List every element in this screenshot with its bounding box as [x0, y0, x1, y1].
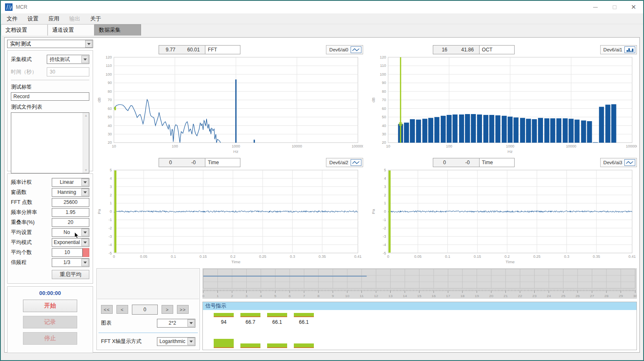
average-setting-select[interactable]: No [52, 228, 89, 237]
chart-type-box[interactable]: FFT [205, 45, 240, 54]
svg-text:18: 18 [460, 294, 465, 298]
svg-text:1000: 1000 [506, 144, 514, 148]
app-window: MCR ✕ 文件 设置 应用 输出 关于 文档设置 通道设置 数据采集 实时测试 [0, 0, 644, 361]
tab-document-settings[interactable]: 文档设置 [1, 24, 48, 36]
test-label-input[interactable]: Record [11, 92, 89, 101]
test-file-listbox[interactable]: ▲ ▼ [11, 112, 89, 173]
octave-select[interactable]: 1/3 [52, 258, 89, 267]
time-seconds-label: 时间（秒） [11, 69, 47, 76]
svg-text:9: 9 [332, 294, 334, 298]
tab-channel-settings[interactable]: 通道设置 [48, 24, 94, 36]
line-chart-icon [351, 46, 361, 53]
svg-text:4: 4 [260, 294, 262, 298]
svg-text:Time: Time [505, 260, 515, 264]
tab-data-acquisition[interactable]: 数据采集 [94, 24, 141, 36]
signal-meter: 66.7 [240, 313, 260, 348]
chevron-down-icon [81, 239, 88, 246]
average-count-input[interactable]: 10 [52, 248, 83, 257]
signal-level-bar [294, 313, 314, 317]
record-timeline[interactable]: 0123456789101112131415161718192021222324… [202, 268, 637, 299]
svg-text:0.41: 0.41 [354, 255, 361, 259]
octave-plot[interactable]: 2030405060708090100110120101001000100001… [371, 55, 637, 154]
window-function-select[interactable]: Hanning [52, 188, 89, 197]
sidebar: 实时测试 采集模式 持续测试 时间（秒） 30 [7, 40, 93, 350]
average-mode-select[interactable]: Exponential [52, 238, 89, 247]
menu-settings[interactable]: 设置 [28, 15, 38, 23]
svg-text:0: 0 [387, 255, 389, 259]
fft-plot[interactable]: 2030405060708090100110120101001000100001… [96, 55, 363, 154]
svg-text:6: 6 [288, 294, 290, 298]
svg-text:5: 5 [384, 168, 386, 172]
svg-text:24: 24 [547, 294, 551, 298]
fft-xaxis-select[interactable]: Logarithmic [157, 337, 195, 346]
svg-text:3: 3 [384, 185, 386, 189]
scrollbar[interactable]: ▲ ▼ [83, 113, 89, 173]
svg-text:70: 70 [108, 98, 112, 102]
signal-value: 66.7 [240, 319, 260, 325]
svg-text:30: 30 [381, 132, 386, 136]
workarea: 实时测试 采集模式 持续测试 时间（秒） 30 [1, 36, 643, 353]
measure-mode-value: 实时测试 [10, 41, 31, 48]
svg-text:25: 25 [561, 294, 566, 298]
scroll-down-icon[interactable]: ▼ [84, 168, 88, 172]
param-label: 倍频程 [11, 259, 52, 266]
time-plot-ai3[interactable]: -5-4-3-2-101234500.050.10.150.20.250.30.… [371, 168, 637, 264]
channel-selector[interactable]: Dev6/ai2 [326, 158, 363, 167]
restart-average-button[interactable]: 重启平均 [52, 270, 89, 279]
nav-next-button[interactable]: > [162, 305, 173, 314]
signal-value: 94 [214, 319, 234, 325]
divider [11, 80, 89, 80]
chart-layout-select[interactable]: 2*2 [157, 319, 195, 328]
svg-text:70: 70 [381, 98, 386, 102]
svg-text:40: 40 [108, 124, 112, 128]
menu-file[interactable]: 文件 [7, 15, 18, 23]
signal-meter: 94 [214, 313, 234, 348]
fft-points-input[interactable]: 25600 [52, 198, 89, 207]
main-panel: 实时测试 采集模式 持续测试 时间（秒） 30 [4, 37, 640, 353]
svg-text:Time: Time [231, 260, 240, 264]
svg-text:-3: -3 [109, 234, 112, 239]
time-chart-ai2: 0-0 Time Dev6/ai2 -5-4-3-2-101234500.050… [96, 158, 363, 264]
page-indicator[interactable]: 0 [132, 305, 158, 315]
svg-text:0.2: 0.2 [504, 255, 509, 259]
chart-type-box[interactable]: Time [480, 158, 515, 167]
param-label: FFT 点数 [11, 199, 52, 206]
svg-text:0.25: 0.25 [259, 255, 266, 259]
signal-level-bar [240, 343, 260, 348]
signal-level-bar [214, 313, 234, 317]
overlap-percent-input[interactable]: 20 [52, 218, 89, 227]
close-button[interactable]: ✕ [624, 1, 643, 13]
nav-last-button[interactable]: >> [177, 305, 189, 314]
svg-text:120: 120 [106, 55, 112, 59]
param-label: 窗函数 [11, 189, 52, 196]
minimize-button[interactable] [586, 1, 605, 13]
chart-type-box[interactable]: OCT [480, 45, 515, 54]
freq-weighting-select[interactable]: Linear [52, 178, 89, 187]
svg-text:22: 22 [518, 294, 523, 298]
chevron-down-icon [187, 319, 194, 327]
nav-first-button[interactable]: << [101, 305, 113, 314]
time-plot-ai2[interactable]: -5-4-3-2-101234500.050.10.150.20.250.30.… [96, 168, 363, 264]
svg-text:100: 100 [446, 144, 452, 148]
channel-selector[interactable]: Dev6/ai0 [326, 45, 363, 54]
signal-level-bar [267, 343, 287, 348]
elapsed-timer: 00:00:00 [39, 290, 61, 296]
measure-mode-select[interactable]: 实时测试 [7, 40, 93, 48]
svg-text:80: 80 [108, 89, 112, 94]
svg-text:26: 26 [576, 294, 580, 298]
svg-text:11: 11 [360, 294, 364, 298]
channel-selector[interactable]: Dev6/ai1 [600, 45, 637, 54]
channel-selector[interactable]: Dev6/ai3 [600, 158, 637, 167]
svg-text:1: 1 [384, 201, 386, 206]
acq-mode-select[interactable]: 持续测试 [47, 55, 89, 64]
maximize-button[interactable] [605, 1, 624, 13]
start-button[interactable]: 开始 [23, 300, 77, 312]
menu-about[interactable]: 关于 [90, 15, 101, 23]
svg-text:-1: -1 [109, 218, 112, 222]
param-label: 频率分辨率 [11, 209, 52, 216]
freq-resolution-input[interactable]: 1.95 [52, 208, 89, 217]
nav-prev-button[interactable]: < [116, 305, 128, 314]
scroll-up-icon[interactable]: ▲ [84, 114, 88, 117]
chart-type-box[interactable]: Time [205, 158, 240, 167]
menu-application[interactable]: 应用 [48, 15, 59, 23]
